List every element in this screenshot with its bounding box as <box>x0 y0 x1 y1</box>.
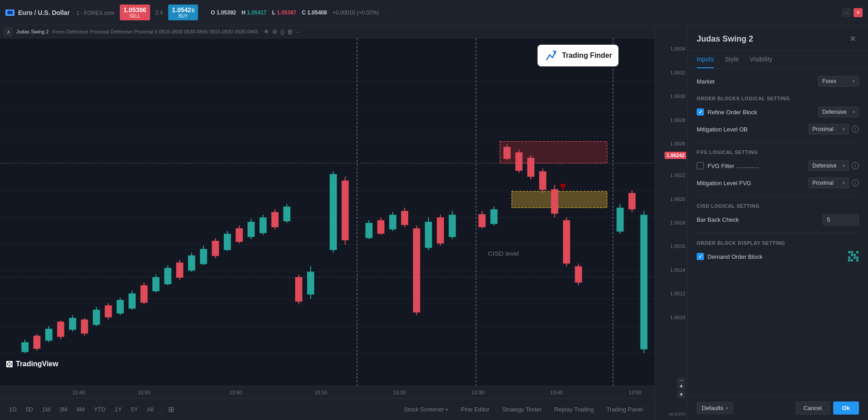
nav-strategy-tester[interactable]: Strategy Tester <box>496 403 548 415</box>
tf-6m[interactable]: 6M <box>73 404 88 415</box>
price-nav-arrows: ▲ ▼ <box>677 381 685 398</box>
tab-inputs[interactable]: Inputs <box>697 51 714 68</box>
price-up-arrow[interactable]: ▲ <box>677 381 685 389</box>
svg-rect-87 <box>478 214 486 227</box>
nav-replay-trading[interactable]: Replay Trading <box>548 403 600 415</box>
close-price-icon[interactable]: ✕ <box>854 8 863 17</box>
mitigation-fvg-control: Proximal ▾ i <box>808 177 859 188</box>
utc-label: 16 (UTC) <box>669 412 685 416</box>
price-axis: 1.0634 1.0632 1.0630 1.0628 1.0626 1.062… <box>655 25 687 420</box>
market-dropdown[interactable]: Forex ▾ <box>818 76 859 87</box>
tf-1m[interactable]: 1M <box>38 404 54 415</box>
current-price-label: 1.06242 <box>665 152 686 159</box>
price-63120: 1.0612 <box>670 291 685 296</box>
fvg-filter-info[interactable]: i <box>852 162 859 169</box>
spread: 2.4 <box>156 9 163 16</box>
nav-trading-panel[interactable]: Trading Panel <box>600 403 649 415</box>
mitigation-fvg-dropdown[interactable]: Proximal ▾ <box>808 177 849 188</box>
nav-pine-editor[interactable]: Pine Editor <box>454 403 496 415</box>
bar-back-input[interactable] <box>823 214 859 225</box>
nav-stock-screener[interactable]: Stock Screener ▾ <box>397 403 454 415</box>
panel-footer: Defaults ▾ Cancel Ok <box>688 396 868 420</box>
minus-icon[interactable]: − <box>842 8 851 17</box>
refine-dropdown[interactable]: Defensive ▾ <box>818 107 859 117</box>
price-63200: 1.0620 <box>670 196 685 202</box>
tab-visibility[interactable]: Visibility <box>750 51 772 68</box>
svg-rect-61 <box>283 206 291 221</box>
price-63220: 1.0622 <box>670 173 685 178</box>
price-change: +0.00016 (+0.02%) <box>332 9 379 16</box>
svg-rect-67 <box>330 174 337 250</box>
more-icon[interactable]: ··· <box>296 28 301 35</box>
settings-icon[interactable]: ⚙ <box>272 28 278 35</box>
trading-finder-logo: Trading Finder <box>538 45 618 66</box>
svg-rect-105 <box>617 208 624 232</box>
price-buy-group[interactable]: 1.05420 BUY <box>168 5 198 20</box>
tf-3m[interactable]: 3M <box>56 404 71 415</box>
bar-back-label: Bar Back Check <box>697 216 739 223</box>
tf-ytd[interactable]: YTD <box>90 404 109 415</box>
time-1350: 13:50 <box>629 390 642 395</box>
price-63140: 1.0614 <box>670 267 685 273</box>
top-bar: 🇪🇺 Euro / U.S. Dollar · 1 · FOREX.com 1.… <box>0 0 868 25</box>
svg-rect-23 <box>57 322 64 337</box>
symbol-info: 🇪🇺 Euro / U.S. Dollar · 1 · FOREX.com <box>5 9 114 16</box>
defaults-dropdown[interactable]: Defaults ▾ <box>697 402 733 414</box>
mitigation-ob-dropdown[interactable]: Proximal ▾ <box>808 124 849 135</box>
indicator-name: Judas Swing 2 <box>16 29 49 34</box>
market-label: Market <box>697 78 715 85</box>
refine-checkbox[interactable]: ✓ <box>697 108 704 116</box>
fvg-section-label: FVG LOGICAL SETTING <box>697 149 859 155</box>
svg-rect-77 <box>401 211 408 225</box>
fvg-checkbox[interactable] <box>697 162 704 169</box>
sell-price[interactable]: 1.05396 SELL <box>120 5 150 20</box>
price-down-arrow[interactable]: ▼ <box>677 390 685 398</box>
compare-icon[interactable]: ⊞ <box>165 403 178 416</box>
demand-checkbox[interactable]: ✓ <box>697 253 704 260</box>
ok-button[interactable]: Ok <box>833 401 859 415</box>
svg-rect-73 <box>377 220 385 234</box>
collapse-button[interactable]: ∧ <box>4 27 13 36</box>
demand-ob-row: ✓ Demand Order Block <box>697 251 859 262</box>
eye-icon[interactable]: 👁 <box>264 28 269 35</box>
tf-1d[interactable]: 1D <box>5 404 20 415</box>
tf-1y[interactable]: 1Y <box>111 404 125 415</box>
time-1300: 13:00 <box>230 390 242 395</box>
trash-icon[interactable]: 🗑 <box>287 28 293 35</box>
braces-icon[interactable]: {} <box>280 28 284 35</box>
tf-5y[interactable]: 5Y <box>127 404 142 415</box>
refine-order-block-row: ✓ Refine Order Block Defensive ▾ <box>697 107 859 117</box>
fvg-filter-dropdown[interactable]: Defensive ▾ <box>808 160 849 171</box>
svg-rect-91 <box>504 147 511 159</box>
triangle-down <box>559 184 566 190</box>
tf-all[interactable]: All <box>143 404 157 415</box>
chart-section: ∧ Judas Swing 2 Forex Defensive Proximal… <box>0 25 655 420</box>
svg-rect-49 <box>212 241 219 256</box>
footer-buttons: Cancel Ok <box>796 401 859 415</box>
tf-5d[interactable]: 5D <box>22 404 37 415</box>
trading-finder-text: Trading Finder <box>562 51 612 60</box>
divider-1 <box>697 142 859 142</box>
time-axis: 12:40 12:50 13:00 13:10 13:20 13:30 13:4… <box>0 386 655 398</box>
svg-rect-95 <box>527 158 534 177</box>
price-sell-group[interactable]: 1.05396 SELL <box>120 5 150 20</box>
cancel-button[interactable]: Cancel <box>796 401 829 415</box>
svg-rect-39 <box>152 277 160 291</box>
fvg-filter-label: FVG Filter ………… <box>697 162 760 169</box>
svg-rect-29 <box>93 310 100 325</box>
tab-style[interactable]: Style <box>725 51 739 68</box>
mitigation-fvg-info[interactable]: i <box>852 179 859 187</box>
chart-canvas[interactable]: Trading Finder <box>0 38 655 386</box>
svg-rect-81 <box>425 222 432 248</box>
svg-rect-71 <box>365 223 373 238</box>
svg-rect-47 <box>200 249 207 264</box>
time-1330: 13:30 <box>472 390 484 395</box>
panel-close-button[interactable]: ✕ <box>846 33 859 45</box>
mitigation-ob-arrow: ▾ <box>843 127 845 131</box>
mitigation-ob-info[interactable]: i <box>852 126 859 133</box>
market-row: Market Forex ▾ <box>697 76 859 87</box>
buy-price[interactable]: 1.05420 BUY <box>168 5 198 20</box>
svg-rect-69 <box>342 181 349 240</box>
trading-finder-icon <box>544 48 558 63</box>
panel-body[interactable]: Market Forex ▾ ORDER BLOCKS LOGICAL SETT… <box>688 69 868 396</box>
